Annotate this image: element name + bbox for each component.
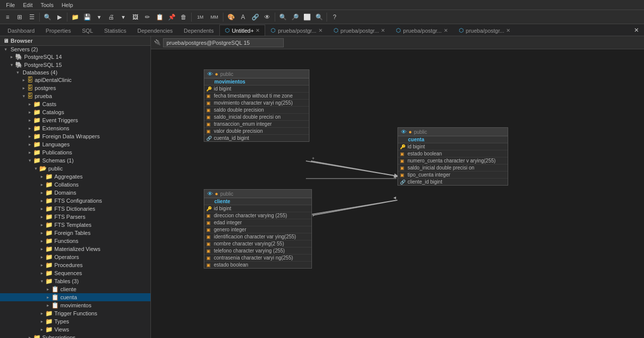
menu-tools[interactable]: Tools — [37, 0, 58, 10]
toolbar-list[interactable]: ☰ — [26, 12, 37, 23]
toolbar-print-arrow[interactable]: ▾ — [118, 12, 129, 23]
sidebar-item-aggregates[interactable]: ▸ 📁 Aggregates — [0, 173, 150, 181]
sidebar-item-ftsconfigs[interactable]: ▸ 📁 FTS Configurations — [0, 197, 150, 205]
tab-pg3[interactable]: ⬡ prueba/postgr... ✕ — [328, 25, 390, 36]
toolbar-print[interactable]: 🖨 — [106, 12, 117, 23]
tab-untitled-label: Untitled+ — [232, 28, 254, 34]
tab-dashboard[interactable]: Dashboard — [2, 25, 40, 36]
col-icon: ▣ — [206, 256, 212, 261]
tab-untitled-close[interactable]: ✕ — [256, 28, 260, 33]
sidebar-item-tbl_cuenta[interactable]: ▸ 📋 cuenta — [0, 293, 150, 301]
sidebar-item-postgres[interactable]: ▸ 🗄 postgres — [0, 84, 150, 92]
toolbar-help[interactable]: ? — [329, 12, 340, 23]
toolbar-paste[interactable]: 📌 — [166, 12, 177, 23]
tab-properties[interactable]: Properties — [40, 25, 76, 36]
sidebar-item-foreigndatawrappers[interactable]: ▸ 📁 Foreign Data Wrappers — [0, 132, 150, 140]
tree-label-ftsparsers: FTS Parsers — [54, 214, 86, 220]
sidebar-item-subscriptions[interactable]: ▸ 📁 Subscriptions — [0, 333, 150, 338]
toolbar-sql[interactable]: ▶ — [54, 12, 65, 23]
tab-sql[interactable]: SQL — [76, 25, 99, 36]
tree-arrow-views: ▸ — [38, 327, 45, 332]
toolbar-save[interactable]: 💾 — [82, 12, 93, 23]
tree-arrow-databases: ▾ — [14, 70, 21, 75]
sidebar-item-materializedviews[interactable]: ▸ 📁 Materialized Views — [0, 245, 150, 253]
sidebar-item-tbl_cliente[interactable]: ▸ 📋 cliente — [0, 285, 150, 293]
sidebar-item-catalogs[interactable]: ▸ 📁 Catalogs — [0, 108, 150, 116]
toolbar-edit[interactable]: ✏ — [142, 12, 153, 23]
tab-pg5-close[interactable]: ✕ — [506, 28, 510, 33]
tab-pg2[interactable]: ⬡ prueba/postgr... ✕ — [265, 25, 328, 36]
tab-pg2-close[interactable]: ✕ — [318, 28, 323, 33]
sidebar-item-prueba[interactable]: ▾ 🗄 prueba — [0, 92, 150, 100]
tab-pg5[interactable]: ⬡ prueba/postgr... ✕ — [453, 25, 516, 36]
toolbar-1m[interactable]: 1M — [194, 12, 207, 23]
sidebar-item-languages[interactable]: ▸ 📁 Languages — [0, 140, 150, 148]
sidebar-item-procedures[interactable]: ▸ 📁 Procedures — [0, 261, 150, 269]
sidebar-item-triggerfunctions[interactable]: ▸ 📁 Trigger Functions — [0, 309, 150, 317]
toolbar-paint[interactable]: 🎨 — [225, 12, 236, 23]
sidebar-item-foreigntables[interactable]: ▸ 📁 Foreign Tables — [0, 229, 150, 237]
toolbar-mm[interactable]: MM — [208, 12, 221, 23]
col-cuentaid: cuenta_id bigint — [214, 135, 249, 141]
toolbar-fit[interactable]: ⬜ — [301, 12, 312, 23]
tab-pg4-close[interactable]: ✕ — [444, 28, 448, 33]
sidebar-item-publications[interactable]: ▸ 📁 Publications — [0, 148, 150, 156]
sidebar-item-tbl_movimientos[interactable]: ▸ 📋 movimientos — [0, 301, 150, 309]
sidebar-item-public[interactable]: ▾ 📂 public — [0, 164, 150, 173]
sidebar-item-ftstemplates[interactable]: ▸ 📁 FTS Templates — [0, 221, 150, 229]
toolbar-search2[interactable]: 🔍 — [313, 12, 325, 23]
erd-table-cuenta[interactable]: 👁 ● public cuenta 🔑 id bigint ▣ estado b… — [397, 127, 508, 186]
erd-table-movimientos[interactable]: 👁 ● public movimientos 🔑 id bigint ▣ fec… — [204, 69, 309, 142]
sidebar-item-databases[interactable]: ▾ Databases (4) — [0, 69, 150, 76]
sidebar-item-domains[interactable]: ▸ 📁 Domains — [0, 189, 150, 197]
cliente-schema: public — [220, 191, 233, 197]
tab-pg3-close[interactable]: ✕ — [381, 28, 385, 33]
tab-untitled[interactable]: ⬡ Untitled+ ✕ — [219, 25, 266, 36]
toolbar-delete[interactable]: 🗑 — [178, 12, 189, 23]
toolbar-copy[interactable]: 📋 — [154, 12, 165, 23]
toolbar-zoom-in[interactable]: 🔍 — [277, 12, 288, 23]
sidebar-item-ftsdicts[interactable]: ▸ 📁 FTS Dictionaries — [0, 205, 150, 213]
erd-canvas[interactable]: 🔌 👁 ● — [151, 36, 644, 338]
tab-statistics[interactable]: Statistics — [99, 25, 132, 36]
sidebar-item-sequences[interactable]: ▸ 📁 Sequences — [0, 269, 150, 277]
sidebar-item-types[interactable]: ▸ 📁 Types — [0, 317, 150, 325]
tab-pg4[interactable]: ⬡ prueba/postgr... ✕ — [390, 25, 453, 36]
erd-row: ▣ estado boolean — [204, 262, 311, 268]
erd-row: ▣ nombre character varying(2 55) — [204, 240, 311, 247]
sidebar-item-views[interactable]: ▸ 📁 Views — [0, 325, 150, 333]
tree-icon-types: 📁 — [45, 318, 53, 325]
toolbar-refresh[interactable]: ⊞ — [14, 12, 25, 23]
toolbar-image[interactable]: 🖼 — [130, 12, 141, 23]
sidebar-item-tables[interactable]: ▾ 📁 Tables (3) — [0, 277, 150, 285]
toolbar-save-arrow[interactable]: ▾ — [94, 12, 105, 23]
sidebar-item-eventtriggers[interactable]: ▸ 📁 Event Triggers — [0, 116, 150, 124]
tab-close-all[interactable]: ✕ — [631, 25, 642, 36]
toolbar-zoom-out[interactable]: 🔎 — [289, 12, 300, 23]
sidebar-item-operators[interactable]: ▸ 📁 Operators — [0, 253, 150, 261]
sidebar-item-pg15[interactable]: ▾ 🐘 PostgreSQL 15 — [0, 61, 150, 69]
sidebar-item-servers[interactable]: ▾ Servers (2) — [0, 46, 150, 53]
toolbar-search[interactable]: 🔍 — [42, 12, 53, 23]
menu-file[interactable]: File — [2, 0, 19, 10]
erd-table-cliente[interactable]: 👁 ● public cliente 🔑 id bigint ▣ direcci… — [204, 189, 312, 269]
tab-dependencies[interactable]: Dependencies — [132, 25, 178, 36]
sidebar-item-schemas[interactable]: ▾ 📁 Schemas (1) — [0, 156, 150, 164]
connection-input[interactable] — [163, 38, 284, 47]
toolbar-browser[interactable]: ≡ — [2, 12, 13, 23]
menu-help[interactable]: Help — [57, 0, 77, 10]
sidebar-item-apiDentalClinic[interactable]: ▸ 🗄 apiDentalClinic — [0, 76, 150, 84]
sidebar-item-casts[interactable]: ▸ 📁 Casts — [0, 100, 150, 108]
toolbar-open[interactable]: 📁 — [69, 12, 80, 23]
sidebar-item-pg14[interactable]: ▸ 🐘 PostgreSQL 14 — [0, 53, 150, 61]
sidebar-item-ftsparsers[interactable]: ▸ 📁 FTS Parsers — [0, 213, 150, 221]
toolbar-connect[interactable]: 🔗 — [250, 12, 261, 23]
menu-edit[interactable]: Edit — [19, 0, 37, 10]
erd-row: ▣ contrasenia character varyi ng(255) — [204, 255, 311, 262]
tab-dependents[interactable]: Dependents — [178, 25, 219, 36]
sidebar-item-functions[interactable]: ▸ 📁 Functions — [0, 237, 150, 245]
toolbar-eye[interactable]: 👁 — [262, 12, 273, 23]
sidebar-item-collations[interactable]: ▸ 📁 Collations — [0, 181, 150, 189]
sidebar-item-extensions[interactable]: ▸ 📁 Extensions — [0, 124, 150, 132]
toolbar-text[interactable]: A — [237, 12, 249, 23]
